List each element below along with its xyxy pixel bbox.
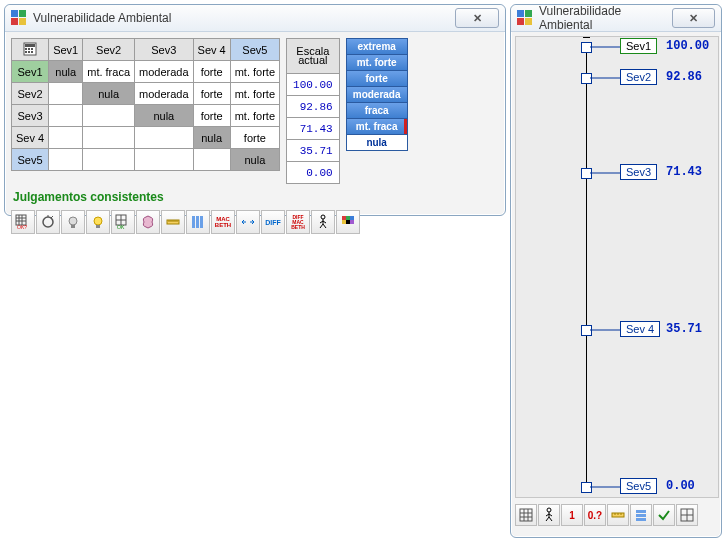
tb-grid[interactable] — [515, 504, 537, 526]
tb-grid-plus[interactable]: OK — [111, 210, 135, 234]
thermo-node[interactable] — [581, 168, 592, 179]
tb-reset[interactable] — [36, 210, 60, 234]
matrix-cell[interactable]: nula — [193, 127, 230, 149]
matrix-cell[interactable]: moderada — [135, 83, 194, 105]
col-header[interactable]: Sev2 — [83, 39, 135, 61]
thermo-node[interactable] — [581, 482, 592, 493]
thermo-node[interactable] — [581, 325, 592, 336]
thermo-connector — [590, 78, 620, 79]
matrix-cell[interactable]: forte — [193, 61, 230, 83]
matrix-cell[interactable]: moderada — [135, 61, 194, 83]
close-button[interactable]: ✕ — [672, 8, 715, 28]
close-icon: ✕ — [473, 12, 482, 25]
matrix-cell[interactable]: mt. forte — [230, 105, 279, 127]
col-header[interactable]: Sev1 — [49, 39, 83, 61]
row-header[interactable]: Sev 4 — [12, 127, 49, 149]
tb-num-0q[interactable]: 0.? — [584, 504, 606, 526]
tb-arrows[interactable] — [236, 210, 260, 234]
matrix-cell[interactable] — [49, 83, 83, 105]
legend: extrema mt. forte forte moderada fraca m… — [346, 38, 408, 150]
matrix-cell[interactable]: mt. fraca — [83, 61, 135, 83]
tb-palette[interactable] — [336, 210, 360, 234]
svg-line-62 — [549, 517, 552, 521]
tb-macbeth-diff[interactable]: DIFFMACBETH — [286, 210, 310, 234]
tb-diff[interactable]: DIFF — [261, 210, 285, 234]
matrix-cell[interactable]: forte — [193, 83, 230, 105]
thermometer[interactable]: Sev1 100.00 Sev2 92.86 Sev3 71.43 Sev 4 … — [515, 36, 719, 498]
tb-num-1[interactable]: 1 — [561, 504, 583, 526]
matrix-cell[interactable]: nula — [83, 83, 135, 105]
row-header[interactable]: Sev5 — [12, 149, 49, 171]
thermo-value: 35.71 — [666, 322, 702, 336]
matrix-cell[interactable] — [135, 127, 194, 149]
thermo-label[interactable]: Sev5 — [620, 478, 657, 494]
matrix-cell[interactable]: forte — [193, 105, 230, 127]
matrix-cell[interactable] — [83, 127, 135, 149]
legend-item[interactable]: nula — [346, 134, 408, 151]
scale-value[interactable]: 0.00 — [287, 162, 340, 184]
thermo-label[interactable]: Sev3 — [620, 164, 657, 180]
matrix-cell[interactable] — [193, 149, 230, 171]
svg-rect-50 — [517, 18, 524, 25]
titlebar-right[interactable]: Vulnerabilidade Ambiental ✕ — [511, 5, 721, 32]
tb-ruler[interactable] — [161, 210, 185, 234]
tb-stack[interactable] — [630, 504, 652, 526]
scale-value[interactable]: 71.43 — [287, 118, 340, 140]
matrix-cell[interactable]: nula — [230, 149, 279, 171]
thermo-label[interactable]: Sev2 — [620, 69, 657, 85]
axis-tick — [583, 37, 590, 38]
tb-ruler[interactable] — [607, 504, 629, 526]
col-header[interactable]: Sev 4 — [193, 39, 230, 61]
matrix-cell[interactable] — [83, 149, 135, 171]
svg-rect-48 — [517, 10, 524, 17]
col-header[interactable]: Sev5 — [230, 39, 279, 61]
judgment-matrix[interactable]: Sev1 Sev2 Sev3 Sev 4 Sev5 Sev1 nula mt. … — [11, 38, 280, 171]
tb-stick-figure[interactable] — [311, 210, 335, 234]
legend-item[interactable]: mt. forte — [346, 54, 408, 71]
matrix-cell[interactable]: mt. forte — [230, 83, 279, 105]
legend-item[interactable]: extrema — [346, 38, 408, 55]
col-header[interactable]: Sev3 — [135, 39, 194, 61]
close-button[interactable]: ✕ — [455, 8, 499, 28]
svg-line-40 — [320, 224, 323, 228]
matrix-corner[interactable] — [12, 39, 49, 61]
svg-rect-10 — [28, 51, 30, 53]
legend-item[interactable]: mt. fraca — [346, 118, 408, 135]
matrix-cell[interactable]: mt. forte — [230, 61, 279, 83]
svg-point-19 — [69, 217, 77, 225]
tb-brain[interactable] — [136, 210, 160, 234]
tb-bulb-on[interactable] — [86, 210, 110, 234]
row-header[interactable]: Sev1 — [12, 61, 49, 83]
svg-rect-5 — [25, 44, 35, 47]
matrix-cell[interactable] — [49, 149, 83, 171]
row-header[interactable]: Sev3 — [12, 105, 49, 127]
svg-point-18 — [43, 217, 53, 227]
tb-stick-figure[interactable] — [538, 504, 560, 526]
matrix-cell[interactable] — [135, 149, 194, 171]
matrix-cell[interactable] — [49, 105, 83, 127]
titlebar-left[interactable]: Vulnerabilidade Ambiental ✕ — [5, 5, 505, 32]
scale-value[interactable]: 100.00 — [287, 74, 340, 96]
legend-item[interactable]: moderada — [346, 86, 408, 103]
matrix-cell[interactable]: nula — [49, 61, 83, 83]
scale-value[interactable]: 92.86 — [287, 96, 340, 118]
matrix-cell[interactable]: nula — [135, 105, 194, 127]
tb-check[interactable] — [653, 504, 675, 526]
thermo-label[interactable]: Sev1 — [620, 38, 657, 54]
tb-columns[interactable] — [186, 210, 210, 234]
tb-grid-ok[interactable]: OK? — [11, 210, 35, 234]
thermo-node[interactable] — [581, 73, 592, 84]
tb-grid2[interactable] — [676, 504, 698, 526]
scale-value[interactable]: 35.71 — [287, 140, 340, 162]
thermo-node[interactable] — [581, 42, 592, 53]
thermo-label[interactable]: Sev 4 — [620, 321, 660, 337]
legend-item[interactable]: fraca — [346, 102, 408, 119]
matrix-cell[interactable] — [49, 127, 83, 149]
tb-bulb-off[interactable] — [61, 210, 85, 234]
tb-macbeth[interactable]: MACBETH — [211, 210, 235, 234]
matrix-cell[interactable]: forte — [230, 127, 279, 149]
legend-item[interactable]: forte — [346, 70, 408, 87]
row-header[interactable]: Sev2 — [12, 83, 49, 105]
calculator-icon — [23, 42, 37, 56]
matrix-cell[interactable] — [83, 105, 135, 127]
